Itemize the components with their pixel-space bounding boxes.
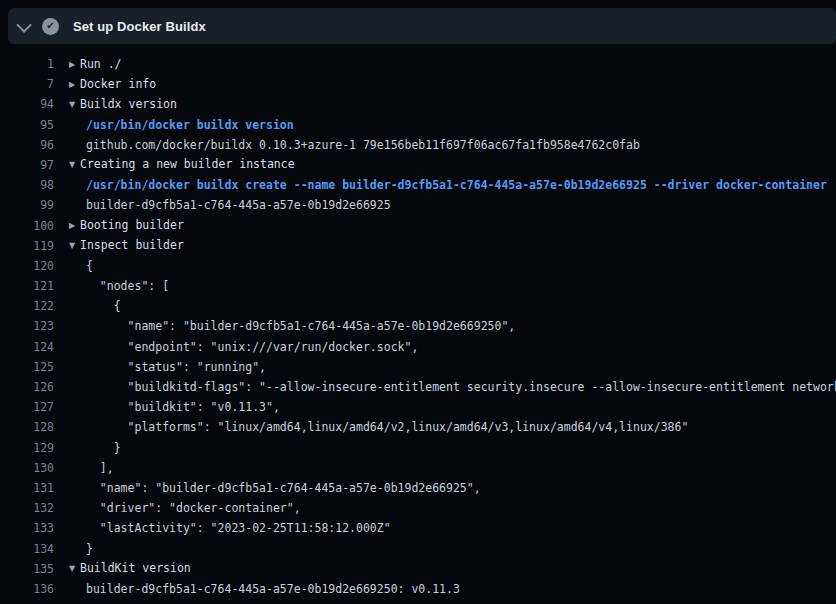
triangle-down-icon: ▼	[69, 155, 80, 175]
log-output-text: "endpoint": "unix:///var/run/docker.sock…	[54, 337, 836, 357]
log-group-toggle[interactable]: ▶Booting builder	[54, 216, 836, 236]
log-group-title: Creating a new builder instance	[80, 157, 295, 171]
line-number[interactable]: 124	[0, 337, 54, 357]
line-number[interactable]: 96	[0, 135, 54, 155]
triangle-down-icon: ▼	[69, 95, 80, 115]
log-output-text: "platforms": "linux/amd64,linux/amd64/v2…	[54, 417, 836, 437]
log-line: 133 "lastActivity": "2023-02-25T11:58:12…	[0, 518, 836, 538]
log-group-toggle[interactable]: ▼Buildx version	[54, 94, 836, 114]
log-output-text: {	[54, 256, 836, 276]
triangle-right-icon: ▶	[69, 75, 80, 95]
log-group-title: Inspect builder	[80, 238, 184, 252]
log-line: 135 ▼BuildKit version	[0, 559, 836, 579]
log-line: 123 "name": "builder-d9cfb5a1-c764-445a-…	[0, 316, 836, 336]
log-output-text: "lastActivity": "2023-02-25T11:58:12.000…	[54, 518, 836, 538]
log-group-toggle[interactable]: ▼BuildKit version	[54, 559, 836, 579]
log-group-toggle[interactable]: ▼Inspect builder	[54, 236, 836, 256]
log-line: 134 }	[0, 539, 836, 559]
log-line: 1 ▶Run ./	[0, 54, 836, 74]
line-number[interactable]: 95	[0, 115, 54, 135]
line-number[interactable]: 135	[0, 559, 54, 579]
log-line: 128 "platforms": "linux/amd64,linux/amd6…	[0, 417, 836, 437]
line-number[interactable]: 125	[0, 357, 54, 377]
log-group-toggle[interactable]: ▼Creating a new builder instance	[54, 155, 836, 175]
log-line: 99 builder-d9cfb5a1-c764-445a-a57e-0b19d…	[0, 195, 836, 215]
log-line: 98 /usr/bin/docker buildx create --name …	[0, 175, 836, 195]
log-line: 94 ▼Buildx version	[0, 94, 836, 114]
log-line: 129 }	[0, 438, 836, 458]
check-circle-icon: ✔	[42, 18, 59, 35]
line-number[interactable]: 98	[0, 175, 54, 195]
line-number[interactable]: 120	[0, 256, 54, 276]
log-command-text: /usr/bin/docker buildx create --name bui…	[54, 175, 836, 195]
log-output-text: "buildkitd-flags": "--allow-insecure-ent…	[54, 377, 836, 397]
line-number[interactable]: 99	[0, 195, 54, 215]
line-number[interactable]: 133	[0, 518, 54, 538]
log-output-text: {	[54, 296, 836, 316]
log-line: 120 {	[0, 256, 836, 276]
log-line: 97 ▼Creating a new builder instance	[0, 155, 836, 175]
step-header[interactable]: ✔ Set up Docker Buildx	[8, 8, 836, 44]
log-group-title: BuildKit version	[80, 561, 191, 575]
log-line: 131 "name": "builder-d9cfb5a1-c764-445a-…	[0, 478, 836, 498]
log-group-title: Docker info	[80, 77, 156, 91]
line-number[interactable]: 97	[0, 155, 54, 175]
line-number[interactable]: 121	[0, 276, 54, 296]
log-line: 95 /usr/bin/docker buildx version	[0, 115, 836, 135]
line-number[interactable]: 119	[0, 236, 54, 256]
log-group-title: Buildx version	[80, 97, 177, 111]
line-number[interactable]: 128	[0, 417, 54, 437]
line-number[interactable]: 122	[0, 296, 54, 316]
log-area: 1 ▶Run ./ 7 ▶Docker info 94 ▼Buildx vers…	[0, 54, 836, 599]
line-number[interactable]: 127	[0, 397, 54, 417]
log-line: 127 "buildkit": "v0.11.3",	[0, 397, 836, 417]
triangle-down-icon: ▼	[69, 236, 80, 256]
line-number[interactable]: 94	[0, 94, 54, 114]
line-number[interactable]: 136	[0, 579, 54, 599]
line-number[interactable]: 132	[0, 498, 54, 518]
line-number[interactable]: 130	[0, 458, 54, 478]
line-number[interactable]: 100	[0, 216, 54, 236]
log-command-text: /usr/bin/docker buildx version	[54, 115, 836, 135]
line-number[interactable]: 134	[0, 539, 54, 559]
log-output-text: }	[54, 539, 836, 559]
log-output-text: "driver": "docker-container",	[54, 498, 836, 518]
log-output-text: "name": "builder-d9cfb5a1-c764-445a-a57e…	[54, 316, 836, 336]
log-output-text: ],	[54, 458, 836, 478]
triangle-right-icon: ▶	[69, 55, 80, 75]
log-line: 7 ▶Docker info	[0, 74, 836, 94]
log-line: 100 ▶Booting builder	[0, 216, 836, 236]
log-line: 130 ],	[0, 458, 836, 478]
log-line: 136 builder-d9cfb5a1-c764-445a-a57e-0b19…	[0, 579, 836, 599]
log-line: 121 "nodes": [	[0, 276, 836, 296]
log-line: 125 "status": "running",	[0, 357, 836, 377]
triangle-right-icon: ▶	[69, 216, 80, 236]
line-number[interactable]: 126	[0, 377, 54, 397]
log-group-title: Run ./	[80, 57, 122, 71]
log-line: 96 github.com/docker/buildx 0.10.3+azure…	[0, 135, 836, 155]
log-line: 124 "endpoint": "unix:///var/run/docker.…	[0, 337, 836, 357]
log-output-text: "buildkit": "v0.11.3",	[54, 397, 836, 417]
log-line: 126 "buildkitd-flags": "--allow-insecure…	[0, 377, 836, 397]
triangle-down-icon: ▼	[69, 559, 80, 579]
line-number[interactable]: 123	[0, 316, 54, 336]
log-output-text: }	[54, 438, 836, 458]
log-line: 119 ▼Inspect builder	[0, 236, 836, 256]
chevron-down-icon[interactable]	[8, 8, 42, 44]
log-line: 122 {	[0, 296, 836, 316]
log-line: 132 "driver": "docker-container",	[0, 498, 836, 518]
log-output-text: "status": "running",	[54, 357, 836, 377]
log-output-text: "nodes": [	[54, 276, 836, 296]
line-number[interactable]: 131	[0, 478, 54, 498]
line-number[interactable]: 1	[0, 54, 54, 74]
log-output-text: github.com/docker/buildx 0.10.3+azure-1 …	[54, 135, 836, 155]
log-group-toggle[interactable]: ▶Docker info	[54, 74, 836, 94]
log-group-toggle[interactable]: ▶Run ./	[54, 54, 836, 74]
log-output-text: builder-d9cfb5a1-c764-445a-a57e-0b19d2e6…	[54, 579, 836, 599]
log-output-text: builder-d9cfb5a1-c764-445a-a57e-0b19d2e6…	[54, 195, 836, 215]
line-number[interactable]: 7	[0, 74, 54, 94]
line-number[interactable]: 129	[0, 438, 54, 458]
log-output-text: "name": "builder-d9cfb5a1-c764-445a-a57e…	[54, 478, 836, 498]
step-title: Set up Docker Buildx	[73, 19, 206, 34]
log-group-title: Booting builder	[80, 218, 184, 232]
